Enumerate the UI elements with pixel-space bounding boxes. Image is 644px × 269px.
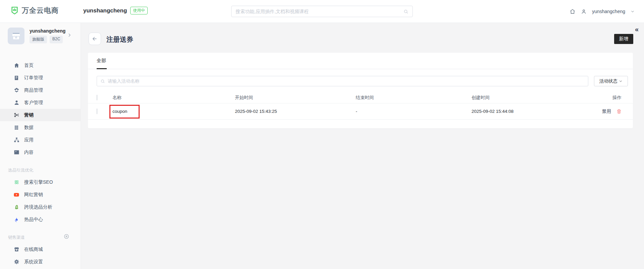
table-header: 名称 开始时间 结束时间 创建时间 操作 [88, 92, 633, 103]
global-search [231, 6, 413, 17]
arrow-left-icon [92, 36, 98, 42]
youtube-icon [13, 192, 19, 198]
global-search-input[interactable] [232, 6, 403, 16]
sidebar: yunshangcheng 旗舰版 B2C 首页 订单管理 [0, 23, 81, 269]
header-right: yunshangcheng [569, 0, 635, 23]
top-header: 万全云电商 yunshangcheng 使用中 yunshangcheng [0, 0, 644, 23]
gear-icon [13, 259, 19, 265]
sidebar-item-label: 数据 [24, 125, 34, 131]
add-channel-icon[interactable] [64, 234, 69, 239]
sidebar-item-customers[interactable]: 客户管理 [0, 96, 81, 109]
table-row: coupon 2025-09-02 15:43:25 - 2025-09-02 … [88, 103, 633, 120]
main-content: « 注册送券 新增 全部 活动状态 [81, 23, 644, 269]
back-button[interactable] [89, 33, 101, 45]
sidebar-item-label: 应用 [24, 137, 34, 143]
sidebar-item-influencer[interactable]: 网红营销 [0, 188, 81, 201]
sidebar-item-orders[interactable]: 订单管理 [0, 72, 81, 84]
plan-badge: 旗舰版 [30, 36, 47, 43]
chevron-down-icon [619, 79, 623, 83]
sidebar-item-marketing[interactable]: 营销 [0, 109, 81, 121]
person-icon [13, 100, 19, 106]
sidebar-item-label: 营销 [24, 112, 34, 118]
sidebar-item-sourcing[interactable]: S 跨境选品分析 [0, 201, 81, 213]
sidebar-nav: 首页 订单管理 商品管理 客户管理 [0, 59, 81, 159]
column-header-action: 操作 [579, 95, 633, 101]
sidebar-item-hot-products[interactable]: 热品中心 [0, 213, 81, 226]
box-diamonds-icon [13, 87, 19, 93]
column-header-end: 结束时间 [356, 95, 472, 101]
sidebar-item-online-store[interactable]: 在线商城 [0, 243, 81, 256]
flame-icon [13, 217, 19, 223]
activity-search [97, 76, 588, 86]
chevron-right-icon[interactable] [67, 33, 71, 37]
store-profile-card[interactable]: yunshangcheng 旗舰版 B2C [0, 23, 81, 53]
seo-atom-icon [13, 179, 19, 185]
sidebar-item-label: 商品管理 [24, 87, 43, 93]
store-avatar [8, 28, 24, 44]
content-card: 全部 活动状态 名称 开始时间 结束时间 创建时间 操作 [88, 53, 633, 128]
sitemap-icon [13, 137, 19, 143]
column-header-name: 名称 [112, 95, 235, 101]
type-badge: B2C [50, 36, 63, 43]
cell-start-time: 2025-09-02 15:43:25 [235, 109, 356, 114]
filter-row: 活动状态 [88, 69, 633, 92]
table-grid-icon [13, 125, 19, 131]
sidebar-item-label: 跨境选品分析 [24, 204, 52, 210]
search-icon [100, 79, 105, 84]
image-icon [13, 149, 19, 155]
sidebar-item-products[interactable]: 商品管理 [0, 84, 81, 96]
tab-bar: 全部 [88, 53, 633, 69]
sidebar-item-home[interactable]: 首页 [0, 59, 81, 72]
status-filter-dropdown[interactable]: 活动状态 [594, 76, 628, 86]
section-traffic-label: 选品引流优化 [0, 165, 81, 175]
scissors-icon [13, 112, 19, 118]
home-icon[interactable] [569, 8, 576, 14]
page-title: 注册送券 [106, 35, 133, 44]
sidebar-item-data[interactable]: 数据 [0, 121, 81, 134]
home-icon [13, 62, 19, 69]
section-channels-label: 销售渠道 [0, 232, 81, 242]
sidebar-item-label: 系统设置 [24, 259, 43, 265]
profile-store-name: yunshangcheng [30, 28, 65, 34]
sidebar-item-label: 订单管理 [24, 75, 43, 81]
row-checkbox[interactable] [97, 108, 97, 114]
app-logo: 万全云电商 [10, 6, 59, 15]
sidebar-item-seo[interactable]: 搜索引擎SEO [0, 176, 81, 188]
sidebar-item-label: 网红营销 [24, 192, 43, 198]
chevron-down-icon[interactable] [631, 9, 635, 13]
select-all-checkbox[interactable] [97, 95, 97, 100]
brand-logo-icon [10, 6, 19, 15]
sidebar-item-label: 首页 [24, 62, 34, 69]
shopify-bag-icon: S [13, 204, 19, 210]
sidebar-item-label: 客户管理 [24, 100, 43, 106]
sidebar-item-label: 内容 [24, 149, 34, 155]
sidebar-item-label: 搜索引擎SEO [24, 179, 53, 185]
disable-action-link[interactable]: 禁用 [602, 108, 611, 115]
brand-logo-text: 万全云电商 [22, 6, 59, 15]
cell-end-time: - [356, 109, 472, 114]
search-icon [403, 9, 408, 14]
column-header-start: 开始时间 [235, 95, 356, 101]
sidebar-item-apps[interactable]: 应用 [0, 134, 81, 146]
sidebar-item-label: 在线商城 [24, 246, 43, 253]
storefront-icon [13, 246, 19, 253]
trash-icon[interactable] [616, 109, 622, 114]
store-status-badge: 使用中 [130, 7, 148, 14]
sidebar-item-label: 热品中心 [24, 217, 43, 223]
profile-badges: 旗舰版 B2C [30, 36, 63, 43]
cell-created-time: 2025-09-02 15:44:08 [472, 109, 579, 114]
current-store: yunshangcheng 使用中 [83, 7, 148, 14]
sidebar-item-settings[interactable]: 系统设置 [0, 256, 81, 268]
tab-all[interactable]: 全部 [97, 58, 106, 64]
header-username[interactable]: yunshangcheng [592, 9, 625, 14]
sidebar-item-content[interactable]: 内容 [0, 146, 81, 159]
collapse-panel-icon[interactable]: « [635, 26, 639, 33]
status-filter-label: 活动状态 [599, 78, 617, 84]
add-button[interactable]: 新增 [614, 34, 633, 44]
column-header-created: 创建时间 [472, 95, 579, 101]
user-icon[interactable] [581, 9, 587, 14]
svg-text:S: S [16, 206, 17, 208]
cell-activity-name[interactable]: coupon [112, 109, 235, 114]
activity-search-input[interactable] [105, 77, 588, 86]
store-name: yunshangcheng [83, 7, 127, 14]
